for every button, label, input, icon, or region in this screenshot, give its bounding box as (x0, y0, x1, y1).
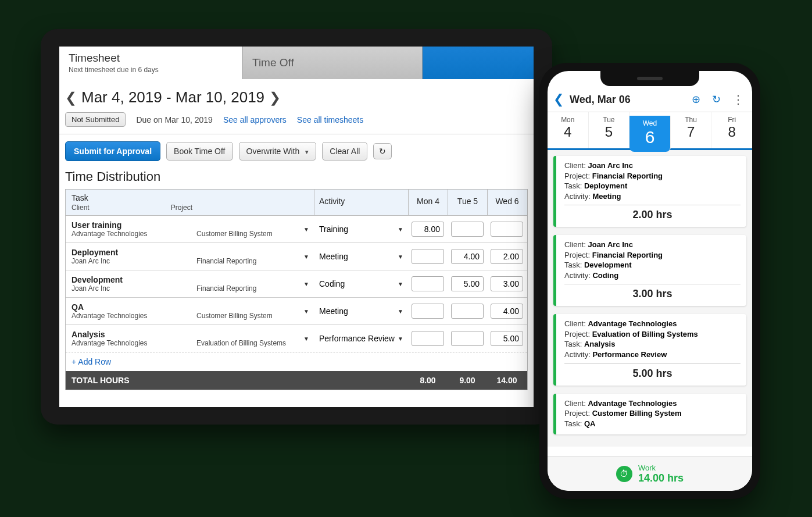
day-cell-tue (448, 329, 487, 348)
phone-body[interactable]: Client: Joan Arc IncProject: Financial R… (548, 150, 752, 447)
chevron-down-icon[interactable]: ▼ (303, 308, 309, 315)
task-cell[interactable]: User trainingAdvantage TechnologiesCusto… (66, 218, 314, 240)
back-icon[interactable]: ❮ (553, 92, 564, 107)
hours-input[interactable] (491, 331, 523, 346)
weekday-fri[interactable]: Fri8 (711, 112, 752, 148)
day-cell-mon (408, 301, 448, 321)
phone-footer: ⏱ Work 14.00 hrs (548, 456, 752, 491)
chevron-down-icon[interactable]: ▼ (398, 281, 403, 287)
hours-input[interactable] (412, 276, 444, 291)
header-task: Task (71, 193, 308, 202)
hours-input[interactable] (412, 331, 444, 346)
task-cell[interactable]: DeploymentJoan Arc IncFinancial Reportin… (66, 245, 314, 268)
task-project: Financial Reporting (196, 257, 256, 265)
hours-input[interactable] (451, 276, 484, 291)
tablet-device: Timesheet Next timesheet due in 6 days T… (41, 29, 552, 425)
toolbar: Submit for Approval Book Time Off Overwr… (65, 141, 528, 161)
task-cell[interactable]: DevelopmentJoan Arc IncFinancial Reporti… (66, 273, 314, 295)
hours-input[interactable] (451, 331, 484, 346)
activity-cell[interactable]: Performance Review▼ (314, 331, 408, 345)
hours-input[interactable] (451, 222, 484, 237)
top-tabs: Timesheet Next timesheet due in 6 days T… (59, 47, 534, 79)
hours-input[interactable] (412, 304, 444, 319)
refresh-button[interactable]: ↻ (373, 143, 392, 159)
book-timeoff-button[interactable]: Book Time Off (166, 142, 232, 161)
tab-timesheet[interactable]: Timesheet Next timesheet due in 6 days (59, 47, 242, 79)
tab-timesheet-sub: Next timesheet due in 6 days (69, 66, 233, 74)
card-client: Client: Advantage Technologies (564, 398, 741, 409)
day-cell-wed (487, 247, 527, 266)
see-timesheets-link[interactable]: See all timesheets (297, 115, 363, 124)
entry-card[interactable]: Client: Advantage TechnologiesProject: C… (553, 394, 746, 435)
weekday-mon[interactable]: Mon4 (548, 112, 589, 148)
weekday-tue[interactable]: Tue5 (589, 112, 630, 148)
activity-cell[interactable]: Coding▼ (314, 277, 408, 291)
overwrite-button[interactable]: Overwrite With (239, 142, 317, 161)
add-row-link[interactable]: + Add Row (66, 352, 527, 371)
task-cell[interactable]: AnalysisAdvantage TechnologiesEvaluation… (66, 327, 314, 350)
chevron-down-icon[interactable]: ▼ (398, 308, 403, 315)
weekday-num: 8 (711, 124, 752, 140)
table-row: QAAdvantage TechnologiesCustomer Billing… (66, 298, 527, 325)
week-row: Mon4Tue5Wed6Thu7Fri8 (548, 112, 752, 150)
hours-input[interactable] (412, 249, 444, 264)
activity-cell[interactable]: Training▼ (314, 222, 408, 236)
chevron-down-icon[interactable]: ▼ (398, 254, 403, 260)
chevron-down-icon[interactable]: ▼ (398, 336, 403, 342)
add-icon[interactable]: ⊕ (692, 93, 700, 106)
activity-cell[interactable]: Meeting▼ (314, 304, 408, 318)
chevron-right-icon[interactable]: ❯ (269, 90, 281, 106)
card-project: Project: Financial Reporting (564, 171, 741, 181)
card-project: Project: Customer Billing System (564, 408, 741, 419)
card-task: Task: Deployment (564, 181, 741, 191)
entry-card[interactable]: Client: Joan Arc IncProject: Financial R… (553, 156, 746, 227)
activity-cell[interactable]: Meeting▼ (314, 249, 408, 263)
day-cell-wed (487, 274, 527, 294)
chevron-down-icon[interactable]: ▼ (303, 254, 309, 260)
card-task: Task: QA (564, 419, 741, 429)
hours-input[interactable] (412, 222, 444, 237)
hours-input[interactable] (491, 222, 523, 237)
tab-timeoff[interactable]: Time Off (242, 47, 423, 79)
phone-screen: ❮ Wed, Mar 06 ⊕ ↻ ⋮ Mon4Tue5Wed6Thu7Fri8… (548, 71, 752, 491)
chevron-down-icon[interactable]: ▼ (303, 226, 309, 233)
tab-timeoff-label: Time Off (252, 56, 413, 69)
hours-input[interactable] (491, 276, 523, 291)
total-mon: 8.00 (408, 376, 448, 385)
weekday-thu[interactable]: Thu7 (671, 112, 712, 148)
status-row: Not Submitted Due on Mar 10, 2019 See al… (65, 112, 528, 127)
hours-input[interactable] (451, 304, 484, 319)
col-task-header: Task Client Project (66, 190, 314, 215)
header-client: Client (71, 204, 90, 212)
entry-card[interactable]: Client: Joan Arc IncProject: Financial R… (553, 235, 746, 306)
period-title: Mar 4, 2019 - Mar 10, 2019 (81, 88, 264, 106)
submit-button[interactable]: Submit for Approval (65, 141, 160, 161)
card-activity: Activity: Meeting (564, 191, 741, 202)
weekday-num: 7 (671, 124, 711, 140)
header-activity: Activity (314, 190, 408, 215)
total-tue: 9.00 (448, 376, 487, 385)
activity-label: Meeting (319, 306, 348, 316)
see-approvers-link[interactable]: See all approvers (223, 115, 287, 124)
refresh-icon[interactable]: ↻ (712, 93, 721, 106)
weekday-num: 4 (548, 124, 588, 140)
task-project: Evaluation of Billing Systems (196, 339, 286, 347)
weekday-wed[interactable]: Wed6 (629, 116, 671, 152)
clear-all-button[interactable]: Clear All (322, 142, 367, 161)
task-cell[interactable]: QAAdvantage TechnologiesCustomer Billing… (66, 300, 314, 322)
chevron-left-icon[interactable]: ❮ (65, 90, 77, 106)
table-row: DeploymentJoan Arc IncFinancial Reportin… (66, 243, 527, 270)
chevron-down-icon[interactable]: ▼ (303, 281, 309, 287)
chevron-down-icon[interactable]: ▼ (303, 336, 309, 342)
task-name: Development (71, 275, 308, 284)
hours-input[interactable] (491, 249, 523, 264)
stopwatch-icon: ⏱ (616, 466, 632, 482)
period-nav: ❮ Mar 4, 2019 - Mar 10, 2019 ❯ (65, 88, 528, 106)
more-icon[interactable]: ⋮ (732, 92, 744, 106)
hours-input[interactable] (491, 304, 523, 319)
entry-card[interactable]: Client: Advantage TechnologiesProject: E… (553, 314, 746, 385)
task-project: Customer Billing System (196, 230, 273, 238)
phone-title: Wed, Mar 06 (570, 94, 680, 106)
hours-input[interactable] (451, 249, 484, 264)
chevron-down-icon[interactable]: ▼ (398, 226, 403, 233)
